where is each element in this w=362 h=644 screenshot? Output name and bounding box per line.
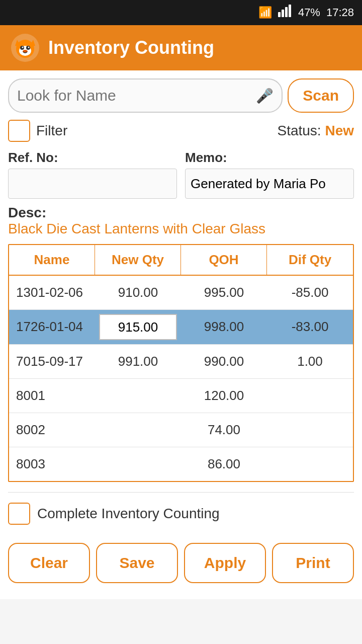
cell-qoh: 86.00 — [181, 447, 267, 481]
microphone-icon[interactable]: 🎤 — [256, 88, 274, 104]
apply-button[interactable]: Apply — [184, 543, 266, 583]
cell-newqty: 910.00 — [95, 276, 181, 309]
action-buttons: Clear Save Apply Print — [8, 543, 354, 591]
complete-checkbox[interactable] — [8, 503, 30, 525]
ref-no-label: Ref. No: — [8, 150, 177, 166]
cell-newqty — [95, 413, 181, 447]
table-row[interactable]: 1301-02-06 910.00 995.00 -85.00 — [9, 276, 353, 310]
cell-difqty: -83.00 — [267, 310, 353, 344]
filter-row: Filter Status: New — [8, 120, 354, 142]
print-button[interactable]: Print — [272, 543, 354, 583]
fox-logo — [10, 33, 40, 63]
svg-rect-2 — [285, 7, 288, 17]
wifi-icon: 📶 — [258, 6, 272, 19]
time-display: 17:28 — [326, 6, 354, 19]
table-row[interactable]: 8003 86.00 — [9, 447, 353, 481]
col-qoh: QOH — [181, 245, 267, 275]
table-row[interactable]: 1726-01-04 998.00 -83.00 — [9, 310, 353, 345]
filter-label: Filter — [36, 123, 67, 139]
search-input-wrap[interactable]: 🎤 — [8, 78, 283, 113]
svg-rect-0 — [278, 12, 281, 17]
inventory-table: Name New Qty QOH Dif Qty 1301-02-06 910.… — [8, 244, 354, 482]
cell-newqty: 991.00 — [95, 345, 181, 378]
status-bar: 📶 47% 17:28 — [0, 0, 362, 25]
svg-point-11 — [22, 47, 24, 48]
memo-input[interactable] — [185, 169, 354, 199]
cell-newqty — [95, 447, 181, 481]
desc-value: Black Die Cast Lanterns with Clear Glass — [8, 221, 265, 236]
ref-no-input[interactable] — [8, 169, 177, 199]
memo-label: Memo: — [185, 150, 354, 166]
status-display: Status: New — [277, 123, 354, 139]
ref-no-group: Ref. No: — [8, 150, 177, 199]
cell-name: 7015-09-17 — [9, 345, 95, 378]
table-header: Name New Qty QOH Dif Qty — [9, 245, 353, 276]
cell-difqty — [267, 379, 353, 413]
complete-section: Complete Inventory Counting — [8, 492, 354, 533]
cell-qoh: 74.00 — [181, 413, 267, 447]
search-input[interactable] — [17, 87, 256, 104]
status-label: Status: — [277, 123, 321, 138]
table-row[interactable]: 8002 74.00 — [9, 413, 353, 447]
cell-name: 1726-01-04 — [9, 310, 95, 344]
cell-difqty — [267, 413, 353, 447]
col-difqty: Dif Qty — [267, 245, 353, 275]
filter-left: Filter — [8, 120, 67, 142]
status-value: New — [325, 123, 354, 138]
cell-difqty — [267, 447, 353, 481]
svg-rect-3 — [289, 5, 291, 17]
battery-text: 47% — [298, 6, 320, 19]
table-row[interactable]: 7015-09-17 991.00 990.00 1.00 — [9, 345, 353, 379]
col-name: Name — [9, 245, 95, 275]
cell-qoh: 120.00 — [181, 379, 267, 413]
main-content: 🎤 Scan Filter Status: New Ref. No: Memo:… — [0, 70, 362, 599]
cell-difqty: -85.00 — [267, 276, 353, 309]
cell-name: 8001 — [9, 379, 95, 413]
scan-button[interactable]: Scan — [288, 78, 354, 113]
filter-checkbox[interactable] — [8, 120, 30, 142]
col-newqty: New Qty — [95, 245, 181, 275]
signal-icon — [278, 4, 292, 21]
clear-button[interactable]: Clear — [8, 543, 90, 583]
memo-group: Memo: — [185, 150, 354, 199]
desc-label: Desc: — [8, 205, 46, 220]
cell-qoh: 995.00 — [181, 276, 267, 309]
app-header: Inventory Counting — [0, 25, 362, 70]
cell-name: 1301-02-06 — [9, 276, 95, 309]
table-row[interactable]: 8001 120.00 — [9, 379, 353, 413]
cell-name: 8002 — [9, 413, 95, 447]
cell-name: 8003 — [9, 447, 95, 481]
cell-newqty — [95, 379, 181, 413]
desc-section: Desc: Black Die Cast Lanterns with Clear… — [8, 205, 354, 237]
app-title: Inventory Counting — [48, 37, 214, 58]
cell-difqty: 1.00 — [267, 345, 353, 378]
save-button[interactable]: Save — [96, 543, 178, 583]
form-row: Ref. No: Memo: — [8, 150, 354, 199]
search-row: 🎤 Scan — [8, 78, 354, 113]
svg-point-12 — [28, 47, 30, 48]
qty-input[interactable] — [99, 314, 177, 340]
cell-qoh: 990.00 — [181, 345, 267, 378]
complete-label: Complete Inventory Counting — [37, 506, 220, 522]
svg-rect-1 — [282, 10, 284, 17]
cell-qoh: 998.00 — [181, 310, 267, 344]
cell-newqty-editable[interactable] — [95, 310, 181, 344]
